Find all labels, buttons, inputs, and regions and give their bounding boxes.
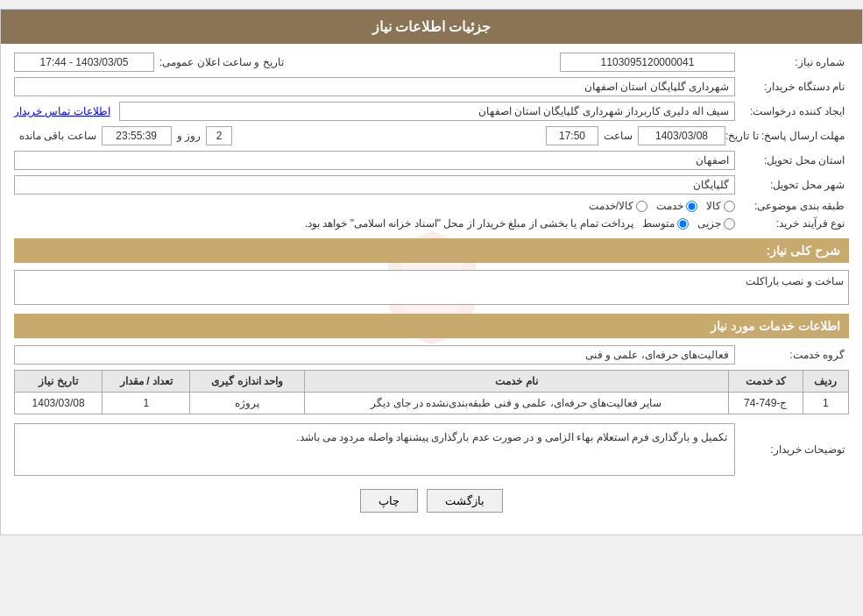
ostan-row: استان محل تحویل: اصفهان xyxy=(14,151,849,170)
shahr-value: گلپایگان xyxy=(14,175,735,195)
cell-radif: 1 xyxy=(803,393,848,414)
mohlat-saat-value: 17:50 xyxy=(546,126,598,145)
ijad-row: ایجاد کننده درخواست: سیف اله دلیری کاربر… xyxy=(14,102,849,121)
namdastgah-label: نام دستگاه خریدار: xyxy=(735,81,849,93)
tabaqe-radio-group: کالا خدمت کالا/خدمت xyxy=(589,200,735,212)
mohlat-rooz-value: 2 xyxy=(206,126,232,145)
shahr-label: شهر محل تحویل: xyxy=(735,179,849,191)
radio-kala[interactable]: کالا xyxy=(706,200,735,212)
nooe-label: نوع فرآیند خرید: xyxy=(735,217,849,230)
col-vahed: واحد اندازه گیری xyxy=(190,371,305,393)
radio-jozii-input[interactable] xyxy=(724,218,735,230)
radio-khadamat-input[interactable] xyxy=(686,201,697,212)
shomara-niaz-value: 1103095120000041 xyxy=(560,53,735,72)
mohlat-saat-label: ساعت xyxy=(604,130,633,142)
ettelaat-link[interactable]: اطلاعات تماس خریدار xyxy=(14,105,110,117)
button-row: چاپ بازگشت xyxy=(14,489,849,513)
cell-kod: ج-749-74 xyxy=(728,393,803,414)
radio-kala-khadamat[interactable]: کالا/خدمت xyxy=(589,200,647,212)
radio-motawaset[interactable]: متوسط xyxy=(642,217,689,230)
nooe-note: پرداخت تمام یا بخشی از مبلغ خریدار از مح… xyxy=(14,217,633,230)
radio-khadamat[interactable]: خدمت xyxy=(656,200,697,212)
page-title: جزئیات اطلاعات نیاز xyxy=(1,10,862,44)
goroh-row: گروه خدمت: فعالیت‌های حرفه‌ای، علمی و فن… xyxy=(14,345,849,365)
radio-kalakhadamat-label: کالا/خدمت xyxy=(589,200,633,212)
tabaqe-label: طبقه بندی موضوعی: xyxy=(735,200,849,212)
tarikh-label: تاریخ و ساعت اعلان عمومی: xyxy=(159,56,284,68)
mohlat-label: مهلت ارسال پاسخ: تا تاریخ: xyxy=(725,130,849,142)
nooe-radio-group: جزیی متوسط xyxy=(642,217,735,230)
ijad-label: ایجاد کننده درخواست: xyxy=(735,105,849,117)
radio-kalakhadamat-input[interactable] xyxy=(636,201,647,212)
cell-tarikh: 1403/03/08 xyxy=(15,393,103,414)
ostan-label: استان محل تحویل: xyxy=(735,154,849,166)
ijad-value: سیف اله دلیری کاربرداز شهرداری گلپایگان … xyxy=(119,102,735,121)
cell-tedad: 1 xyxy=(103,393,190,414)
shomara-row: شماره نیاز: 1103095120000041 تاریخ و ساع… xyxy=(14,53,849,72)
sharh-value-box: ساخت و نصب باراکلت xyxy=(14,270,849,305)
nooe-row: نوع فرآیند خرید: جزیی متوسط پرداخت تمام … xyxy=(14,217,849,230)
col-radif: ردیف xyxy=(803,371,848,393)
goroh-value: فعالیت‌های حرفه‌ای، علمی و فنی xyxy=(14,345,735,365)
radio-jozii-label: جزیی xyxy=(697,217,721,230)
cell-nam: سایر فعالیت‌های حرفه‌ای، علمی و فنی طبقه… xyxy=(305,393,729,414)
table-row: 1ج-749-74سایر فعالیت‌های حرفه‌ای، علمی و… xyxy=(15,393,849,414)
services-table: ردیف کد خدمت نام خدمت واحد اندازه گیری ت… xyxy=(14,370,849,414)
namdastgah-row: نام دستگاه خریدار: شهرداری گلپایگان استا… xyxy=(14,77,849,96)
col-kod: کد خدمت xyxy=(728,371,803,393)
shomara-niaz-label: شماره نیاز: xyxy=(735,56,849,68)
tarikh-value: 1403/03/05 - 17:44 xyxy=(14,53,154,72)
col-nam: نام خدمت xyxy=(305,371,729,393)
back-button[interactable]: بازگشت xyxy=(427,489,503,513)
tozi-label: توضیحات خریدار: xyxy=(735,443,849,456)
radio-motawaset-input[interactable] xyxy=(677,218,689,230)
cell-vahed: پروژه xyxy=(190,393,305,414)
ostan-value: اصفهان xyxy=(14,151,735,170)
radio-kala-label: کالا xyxy=(706,200,721,212)
shahr-row: شهر محل تحویل: گلپایگان xyxy=(14,175,849,195)
radio-motawaset-label: متوسط xyxy=(642,217,675,230)
mohlat-rooz-label: روز و xyxy=(177,130,201,142)
mohlat-countdown-label: ساعت باقی مانده xyxy=(19,130,96,142)
namdastgah-value: شهرداری گلپایگان استان اصفهان xyxy=(14,77,735,96)
col-tarikh: تاریخ نیاز xyxy=(15,371,103,393)
radio-jozii[interactable]: جزیی xyxy=(697,217,735,230)
tozi-value: تکمیل و بارگذاری فرم استعلام بهاء الزامی… xyxy=(14,423,735,476)
mohlat-row: مهلت ارسال پاسخ: تا تاریخ: 1403/03/08 سا… xyxy=(14,126,849,145)
tozi-row: توضیحات خریدار: تکمیل و بارگذاری فرم است… xyxy=(14,423,849,476)
service-section-header: اطلاعات خدمات مورد نیاز xyxy=(14,314,849,338)
sharh-row: ساخت و نصب باراکلت xyxy=(14,270,849,305)
tabaqe-row: طبقه بندی موضوعی: کالا خدمت کالا/خدمت xyxy=(14,200,849,212)
radio-kala-input[interactable] xyxy=(724,201,735,212)
print-button[interactable]: چاپ xyxy=(360,489,418,513)
goroh-label: گروه خدمت: xyxy=(735,349,849,361)
mohlat-date: 1403/03/08 xyxy=(638,126,725,145)
mohlat-countdown: 23:55:39 xyxy=(102,126,172,145)
sharh-section-header: شرح کلی نیاز: xyxy=(14,238,849,263)
col-tedad: تعداد / مقدار xyxy=(103,371,190,393)
radio-khadamat-label: خدمت xyxy=(656,200,683,212)
